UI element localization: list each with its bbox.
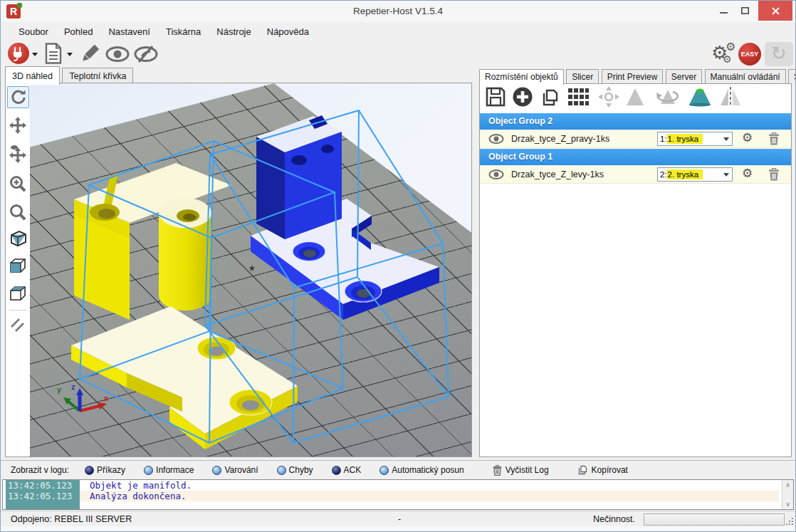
menu-nastaveni[interactable]: Nastavení [100, 24, 158, 40]
top-cube-icon [9, 284, 27, 303]
visibility-eye-icon[interactable] [488, 134, 504, 144]
scroll-down-icon[interactable]: ∨ [785, 501, 790, 508]
mirror-object-button[interactable] [719, 86, 742, 110]
isometric-view-button[interactable] [7, 227, 28, 248]
menu-soubor[interactable]: Soubor [11, 24, 56, 40]
edit-object-button[interactable] [78, 43, 100, 68]
center-icon [598, 86, 619, 108]
tab-manualni-ovladani[interactable]: Manuální ovládání [705, 69, 786, 85]
orb-icon [212, 466, 221, 475]
connect-button[interactable] [8, 43, 29, 64]
menu-pohled[interactable]: Pohled [56, 24, 100, 40]
dropdown-caret-icon [721, 170, 730, 179]
tab-3d-nahled[interactable]: 3D náhled [5, 66, 60, 85]
zoom-in-button[interactable] [7, 173, 28, 194]
object-placement-panel: Object Group 2 Drzak_tyce_Z_pravy-1ks 1:… [479, 83, 792, 457]
maximize-button[interactable] [734, 1, 755, 21]
model-blue[interactable] [251, 115, 439, 320]
load-button[interactable] [43, 43, 63, 67]
scale-object-button[interactable] [626, 87, 644, 110]
tab-sd-karta[interactable]: SD karta [788, 69, 796, 85]
toggle-informace[interactable]: Informace [144, 465, 194, 475]
menu-bar: Soubor Pohled Nastavení Tiskárna Nástroj… [1, 22, 795, 41]
gear-small2-icon: ⚙ [723, 53, 732, 65]
extruder-select[interactable]: 2:2. tryska [657, 167, 733, 182]
copy-log-button[interactable]: Kopírovat [577, 464, 628, 476]
clear-log-button[interactable]: Vyčistit Log [493, 465, 549, 476]
right-panel-tabs: Rozmístění objektů Slicer Print Preview … [479, 69, 796, 83]
maximize-icon [741, 7, 749, 14]
extruder-prefix: 2: [660, 170, 667, 179]
lay-flat-button[interactable] [687, 87, 713, 110]
center-object-button[interactable] [598, 86, 619, 110]
trash-icon [768, 168, 780, 181]
printer-state: Nečinnost. [593, 514, 635, 524]
minimize-icon [720, 7, 728, 14]
delete-object-button[interactable] [768, 168, 780, 184]
object-settings-button[interactable]: ⚙ [742, 166, 753, 181]
cursor-asterisk: * [249, 263, 255, 278]
copy-object-button[interactable] [540, 86, 561, 110]
fit-view-button[interactable] [7, 202, 28, 222]
rotate-object-icon [655, 87, 681, 107]
top-view-button[interactable] [7, 283, 28, 303]
move-object-button[interactable] [7, 143, 28, 164]
scroll-up-icon[interactable]: ∧ [785, 481, 790, 489]
axes-indicator: x y z [57, 382, 109, 411]
printer-settings-button[interactable]: ⚙ ⚙ ⚙ [711, 42, 737, 66]
add-object-button[interactable] [512, 86, 533, 110]
tab-slicer[interactable]: Slicer [566, 69, 599, 85]
orb-icon [85, 466, 94, 475]
delete-object-button[interactable] [768, 132, 780, 148]
tab-rozmisteni-objektu[interactable]: Rozmístění objektů [479, 69, 564, 85]
object-row[interactable]: Drzak_tyce_Z_levy-1ks 2:2. tryska ⚙ [480, 165, 791, 184]
toggle-prikazy[interactable]: Příkazy [85, 465, 125, 475]
trash-icon [768, 132, 780, 145]
resize-grip[interactable] [785, 517, 794, 526]
status-bar: Odpojeno: REBEL III SERVER - Nečinnost. [1, 511, 795, 526]
toggle-automaticky-posun[interactable]: Automatický posun [379, 465, 464, 475]
minimize-button[interactable] [713, 1, 734, 21]
group-header[interactable]: Object Group 2 [480, 113, 791, 130]
rotate-view-button[interactable] [7, 86, 29, 108]
easy-mode-button[interactable]: EASY [738, 43, 761, 66]
show-filament-button[interactable] [105, 45, 130, 66]
tab-server[interactable]: Server [666, 69, 702, 85]
status-center: - [398, 514, 401, 524]
log-output[interactable]: 13:42:05.123 Objekt je manifold. 13:42:0… [2, 479, 794, 510]
close-button[interactable] [758, 1, 792, 21]
axis-z-label: z [71, 382, 75, 391]
visibility-eye-icon[interactable] [488, 169, 504, 179]
log-scrollbar[interactable]: ∧ ∨ [782, 480, 793, 509]
object-settings-button[interactable]: ⚙ [742, 130, 753, 145]
parallel-projection-button[interactable] [7, 314, 28, 335]
autoposition-button[interactable] [567, 87, 589, 110]
object-toolbar [480, 84, 791, 113]
hide-travel-button[interactable] [133, 45, 159, 66]
tab-print-preview[interactable]: Print Preview [602, 69, 664, 85]
toggle-varovani[interactable]: Varování [212, 465, 258, 475]
toggle-chyby[interactable]: Chyby [277, 465, 313, 475]
plus-icon [512, 86, 533, 108]
menu-tiskarna[interactable]: Tiskárna [158, 24, 209, 40]
grid-icon [567, 87, 589, 107]
app-window: R Repetier-Host V1.5.4 Soubor Pohled Nas… [0, 0, 796, 532]
rotate-object-button[interactable] [655, 87, 681, 110]
menu-napoveda[interactable]: Nápověda [259, 24, 317, 40]
3d-canvas[interactable]: x y z * [30, 83, 471, 457]
group-header[interactable]: Object Group 1 [480, 149, 791, 165]
extruder-select[interactable]: 1:1. tryska [657, 132, 733, 146]
front-view-button[interactable] [7, 255, 28, 276]
menu-nastroje[interactable]: Nástroje [209, 24, 258, 40]
log-message: Objekt je manifold. [80, 480, 192, 491]
save-button[interactable] [486, 87, 506, 110]
toggle-ack[interactable]: ACK [332, 465, 362, 475]
main-toolbar: ⚙ ⚙ ⚙ EASY ↻ [1, 41, 795, 66]
load-dropdown-caret[interactable] [67, 53, 73, 56]
object-row[interactable]: Drzak_tyce_Z_pravy-1ks 1:1. tryska ⚙ [480, 130, 791, 148]
emergency-stop-button[interactable]: ↻ [765, 42, 793, 66]
move-view-button[interactable] [7, 115, 28, 135]
axis-y-label: y [57, 385, 62, 394]
connect-dropdown-caret[interactable] [32, 53, 38, 56]
save-icon [486, 87, 506, 107]
